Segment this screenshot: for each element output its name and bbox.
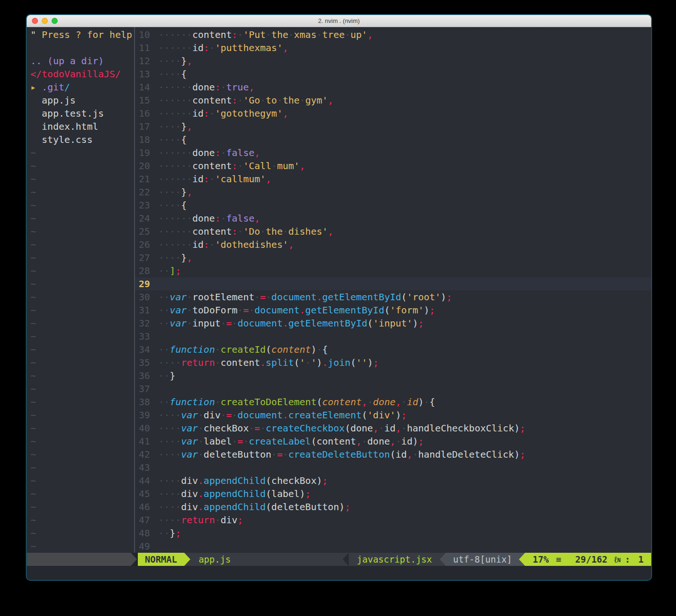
- code-line[interactable]: 42····var·deleteButton·=·createDeleteBut…: [135, 448, 651, 461]
- code-token: ,: [390, 436, 396, 447]
- code-token: ;: [345, 501, 350, 512]
- window-titlebar[interactable]: 2. nvim . (nvim): [27, 15, 651, 27]
- code-text: ··var·input·=·document.getElementById('i…: [158, 317, 424, 330]
- code-line[interactable]: 25······content:·'Do·the·dishes',: [135, 225, 651, 238]
- code-line[interactable]: 11······id:·'putthexmas',: [135, 41, 651, 54]
- code-line[interactable]: 18····{: [135, 133, 651, 146]
- filler-tilde: ~: [27, 408, 134, 422]
- code-line[interactable]: 17····},: [135, 120, 651, 133]
- code-token: 'input': [373, 318, 413, 329]
- code-token: ,: [288, 239, 294, 250]
- tree-item-style-css[interactable]: style.css: [27, 133, 134, 146]
- tree-root[interactable]: </todoVanillaJS/: [27, 67, 134, 81]
- zoom-button[interactable]: [52, 18, 58, 24]
- tree-token: Press ? for help: [42, 29, 132, 40]
- whitespace-dots: ·: [238, 226, 243, 237]
- code-line[interactable]: 34··function·createId(content)·{: [135, 343, 651, 356]
- code-line[interactable]: 45····div.appendChild(label);: [135, 487, 651, 500]
- code-text: ····div.appendChild(label);: [158, 487, 311, 500]
- code-line[interactable]: 28··];: [135, 264, 651, 277]
- code-text: ······content:·'Put·the·xmas·tree·up',: [158, 28, 373, 41]
- code-text: ····},: [158, 251, 192, 264]
- code-line[interactable]: 27····},: [135, 251, 651, 264]
- code-line[interactable]: 31··var·toDoForm·=·document.getElementBy…: [135, 304, 651, 317]
- code-line[interactable]: 47····return·div;: [135, 513, 651, 527]
- close-button[interactable]: [32, 18, 38, 24]
- code-line[interactable]: 36··}: [135, 369, 651, 382]
- tree-item-app-test-js[interactable]: app.test.js: [27, 107, 134, 120]
- code-token: false: [226, 147, 255, 158]
- code-line[interactable]: 48··};: [135, 527, 651, 540]
- code-token: =: [277, 449, 283, 460]
- powerline-arrow-left-icon: [519, 553, 525, 566]
- code-line[interactable]: 33: [135, 330, 651, 343]
- code-token: :: [203, 42, 209, 53]
- code-line[interactable]: 44····div.appendChild(checkBox);: [135, 474, 651, 487]
- code-line[interactable]: 24······done:·false,: [135, 212, 651, 225]
- code-token: ;: [175, 265, 181, 276]
- code-line[interactable]: 12····},: [135, 54, 651, 67]
- code-token: join: [328, 357, 350, 368]
- code-line[interactable]: 23····{: [135, 199, 651, 212]
- code-line[interactable]: 35····return·content.split('·').join('')…: [135, 356, 651, 369]
- code-line[interactable]: 37: [135, 382, 651, 395]
- code-token: appendChild: [203, 501, 265, 512]
- code-line[interactable]: 20······content:·'Call·mum',: [135, 159, 651, 172]
- tree-token: /: [64, 82, 70, 93]
- filler-tilde: ~: [27, 461, 134, 474]
- code-line-cursor[interactable]: 29: [135, 277, 651, 290]
- code-token: ,: [187, 252, 192, 263]
- code-line[interactable]: 15······content:·'Go·to·the·gym',: [135, 94, 651, 107]
- code-token: ,: [249, 82, 255, 93]
- code-line[interactable]: 21······id:·'callmum',: [135, 172, 651, 186]
- tree-item-git-dir[interactable]: ▸ .git/: [27, 81, 134, 94]
- whitespace-dots: ·: [283, 226, 288, 237]
- line-number: 20: [135, 159, 150, 172]
- code-token: createDeleteButton: [288, 449, 390, 460]
- code-line[interactable]: 38··function·createToDoElement(content,·…: [135, 395, 651, 408]
- code-token: content: [322, 396, 361, 408]
- code-line[interactable]: 22····},: [135, 186, 651, 199]
- whitespace-dots: ··: [158, 344, 170, 355]
- whitespace-dots: ····: [158, 423, 181, 434]
- code-line[interactable]: 19······done:·false,: [135, 146, 651, 159]
- editor-pane[interactable]: 10······content:·'Put·the·xmas·tree·up',…: [135, 27, 651, 553]
- whitespace-dots: ····: [158, 501, 181, 512]
- code-line[interactable]: 43: [135, 461, 651, 474]
- code-token: (: [316, 396, 322, 408]
- code-line[interactable]: 30··var·rootElement·=·document.getElemen…: [135, 290, 651, 304]
- code-token: ): [311, 344, 316, 355]
- code-line[interactable]: 13····{: [135, 67, 651, 81]
- code-line[interactable]: 16······id:·'gotothegym',: [135, 107, 651, 120]
- code-token: ;: [429, 304, 435, 316]
- filler-tilde: ~: [27, 343, 134, 356]
- tree-item-app-js[interactable]: app.js: [27, 94, 134, 107]
- code-text: ··}: [158, 369, 175, 382]
- code-line[interactable]: 49: [135, 540, 651, 553]
- code-line[interactable]: 41····var·label·=·createLabel(content,·d…: [135, 435, 651, 448]
- code-token: appendChild: [203, 488, 265, 499]
- code-token: content: [192, 160, 232, 171]
- statusline-position-section: 17% ≡ 29/162 ℓN : 1: [525, 553, 651, 566]
- whitespace-dots: ····: [158, 55, 181, 67]
- whitespace-dots: ······: [158, 173, 192, 185]
- filler-tilde: ~: [27, 238, 134, 251]
- code-token: input: [192, 318, 220, 329]
- tree-up-dir[interactable]: .. (up a dir): [27, 54, 134, 67]
- code-token: tree: [322, 29, 345, 40]
- code-line[interactable]: 26······id:·'dothedishes',: [135, 238, 651, 251]
- code-token: ): [396, 409, 401, 421]
- code-line[interactable]: 32··var·input·=·document.getElementById(…: [135, 317, 651, 330]
- code-token: the: [266, 226, 283, 237]
- code-token: .: [283, 318, 288, 329]
- code-line[interactable]: 39····var·div·=·document.createElement('…: [135, 408, 651, 422]
- code-line[interactable]: 40····var·checkBox·=·createCheckbox(done…: [135, 422, 651, 435]
- code-line[interactable]: 46····div.appendChild(deleteButton);: [135, 500, 651, 513]
- tree-item-index-html[interactable]: index.html: [27, 120, 134, 133]
- whitespace-dots: ·: [238, 160, 243, 171]
- code-token: 'callmum': [215, 173, 265, 185]
- minimize-button[interactable]: [42, 18, 48, 24]
- code-line[interactable]: 14······done:·true,: [135, 81, 651, 94]
- code-line[interactable]: 10······content:·'Put·the·xmas·tree·up',: [135, 28, 651, 41]
- whitespace-dots: ··: [158, 527, 170, 539]
